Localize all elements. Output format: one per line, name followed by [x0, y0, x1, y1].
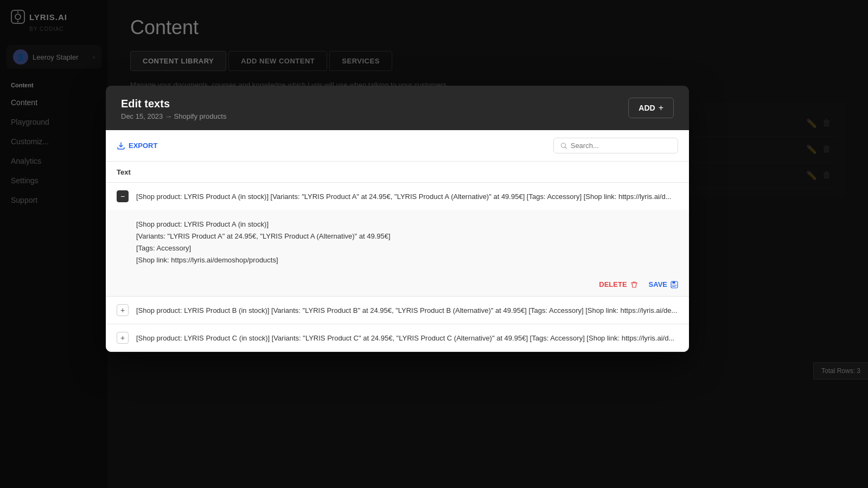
modal-title: Edit texts: [121, 98, 226, 110]
row-main-b: + [Shop product: LYRIS Product B (in sto…: [106, 297, 689, 324]
svg-rect-8: [673, 281, 675, 284]
trash-icon: [630, 281, 638, 288]
row-actions-a: DELETE SAVE: [106, 275, 689, 296]
delete-button-a[interactable]: DELETE: [599, 280, 637, 288]
export-button[interactable]: EXPORT: [117, 142, 157, 150]
save-icon: [671, 281, 678, 288]
svg-line-5: [565, 147, 567, 149]
row-main-a: − [Shop product: LYRIS Product A (in sto…: [106, 183, 689, 210]
modal-header: Edit texts Dec 15, 2023 → Shopify produc…: [106, 86, 689, 130]
save-button-a[interactable]: SAVE: [649, 280, 678, 288]
row-toggle-a[interactable]: −: [117, 190, 129, 202]
edit-texts-modal: Edit texts Dec 15, 2023 → Shopify produc…: [106, 86, 689, 352]
row-expanded-a: [Shop product: LYRIS Product A (in stock…: [106, 210, 689, 275]
row-main-c: + [Shop product: LYRIS Product C (in sto…: [106, 324, 689, 351]
plus-icon: +: [659, 103, 663, 113]
row-expanded-text-a: [Shop product: LYRIS Product A (in stock…: [136, 219, 656, 266]
table-row: + [Shop product: LYRIS Product B (in sto…: [106, 297, 689, 324]
table-row: + [Shop product: LYRIS Product C (in sto…: [106, 324, 689, 352]
search-box[interactable]: [553, 138, 678, 153]
modal-subtitle: Dec 15, 2023 → Shopify products: [121, 112, 226, 120]
table-header: Text: [106, 162, 689, 183]
row-toggle-b[interactable]: +: [117, 304, 129, 316]
row-preview-b: [Shop product: LYRIS Product B (in stock…: [136, 306, 678, 314]
modal-table: Text − [Shop product: LYRIS Product A (i…: [106, 162, 689, 352]
modal-toolbar: EXPORT: [106, 130, 689, 162]
table-row: − [Shop product: LYRIS Product A (in sto…: [106, 183, 689, 297]
search-icon: [560, 142, 567, 150]
search-input[interactable]: [571, 142, 671, 150]
row-preview-a: [Shop product: LYRIS Product A (in stock…: [136, 192, 678, 201]
add-button[interactable]: ADD +: [628, 98, 674, 118]
row-toggle-c[interactable]: +: [117, 332, 129, 344]
export-icon: [117, 142, 125, 150]
row-preview-c: [Shop product: LYRIS Product C (in stock…: [136, 334, 678, 342]
